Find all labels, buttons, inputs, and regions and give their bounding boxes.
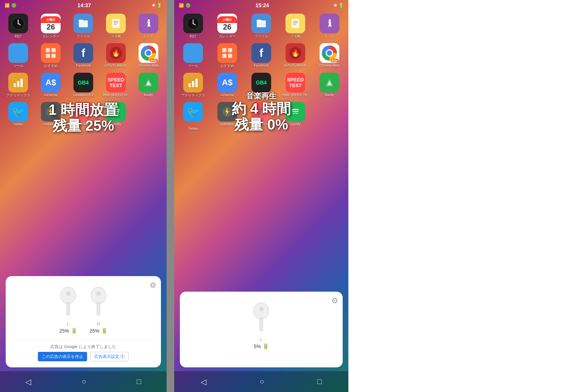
right-status-left: 📶 🟢	[179, 3, 191, 8]
tools-label-right: ツール	[188, 64, 198, 69]
app-antutu[interactable]: 🔥 AnTuTu Bench.	[100, 43, 132, 69]
panel-divider	[167, 0, 174, 392]
app-chrome-beta[interactable]: Beta Chrome Beta	[133, 43, 164, 69]
app-tools-right[interactable]: ツール	[176, 43, 210, 69]
left-card-gear[interactable]: ⚙	[150, 281, 156, 290]
right-status-bar: 📶 🟢 15:24 ✳ 🔋	[174, 0, 348, 11]
back-button-right[interactable]: ◁	[201, 377, 206, 386]
white-space	[348, 0, 568, 392]
ad-stop-button[interactable]: この広告の表示を停止	[38, 352, 87, 361]
svg-rect-39	[257, 20, 261, 22]
svg-text:🔥: 🔥	[112, 49, 120, 57]
clock-label: 時計	[15, 34, 22, 39]
left-airpod-left: L 25% 🔋	[57, 286, 80, 334]
svg-text:🔥: 🔥	[291, 49, 300, 57]
signal-icon: 📶	[5, 3, 10, 8]
left-battery-right: 25% 🔋	[89, 328, 107, 334]
right-single-pct-text: 5%	[254, 344, 261, 349]
left-airpods-container: L 25% 🔋 R 25% 🔋	[12, 282, 155, 337]
app-feedly[interactable]: feedly	[133, 73, 164, 98]
app-files[interactable]: ファイル	[67, 14, 99, 39]
right-time: 15:24	[256, 2, 269, 8]
app-suggest-right[interactable]: おすすめ	[211, 43, 244, 69]
left-battery-left: 25% 🔋	[59, 328, 77, 334]
svg-point-28	[66, 291, 70, 296]
right-battery-card: ⚙ L 5% 🔋	[180, 292, 343, 367]
recent-button-right[interactable]: □	[317, 377, 322, 386]
analytics-label: アナリティクス	[6, 93, 30, 98]
bluetooth-icon-right: ✳	[334, 3, 337, 8]
suggest-label-right: おすすめ	[220, 64, 234, 69]
left-ad-bar: 広告は Google により終了しました この広告の表示を停止 広告表示設定 ①	[12, 340, 155, 361]
hints-label-right: ヒント	[325, 34, 335, 39]
battery-icon-l: 🔋	[71, 328, 77, 334]
ad-settings-button[interactable]: 広告表示設定 ①	[90, 352, 129, 361]
app-clock-right[interactable]: 時計	[176, 14, 210, 39]
app-antutu-right[interactable]: 🔥 AnTuTu Bench.	[279, 43, 312, 69]
adsense-label: AdSense	[44, 93, 58, 97]
app-analytics[interactable]: アナリティクス	[2, 73, 34, 98]
left-airpod-label-r: R	[97, 322, 100, 326]
left-status-right: ✳ 🔋	[152, 3, 162, 8]
rbb-label: RBB SPEED TE.	[103, 93, 129, 97]
svg-point-20	[146, 50, 151, 56]
right-overlay: 音楽再生 約 4 時間 残量 0%	[174, 91, 348, 133]
left-overlay-line2: 残量 25%	[0, 118, 167, 134]
facebook-label-right: Facebook	[254, 64, 269, 67]
files-label: ファイル	[76, 34, 90, 39]
home-button-right[interactable]: ○	[259, 377, 264, 386]
svg-rect-11	[46, 48, 50, 52]
app-suggest[interactable]: おすすめ	[35, 43, 67, 69]
app-grid-row2: ツール おすすめ f Facebook 🔥 AnTuTu Bench.	[0, 42, 167, 70]
right-airpod-label-l: L	[260, 337, 262, 342]
left-status-bar: 📶 🟢 14:37 ✳ 🔋	[0, 0, 167, 11]
app-adsense[interactable]: A$ AdSense	[35, 73, 67, 98]
svg-rect-13	[46, 54, 50, 58]
cal-dow: 火曜日	[41, 16, 61, 23]
svg-rect-29	[67, 302, 70, 315]
svg-rect-22	[17, 81, 19, 87]
right-overlay-line1: 約 4 時間	[174, 101, 348, 117]
hints-label: ヒント	[144, 34, 154, 39]
right-card-gear[interactable]: ⚙	[331, 296, 338, 305]
app-hints[interactable]: ℹ ヒント	[133, 14, 164, 39]
svg-point-4	[18, 23, 19, 24]
app-facebook[interactable]: f Facebook	[67, 43, 99, 69]
svg-point-31	[96, 291, 101, 296]
svg-rect-46	[222, 54, 226, 58]
svg-rect-47	[228, 54, 232, 58]
home-button-left[interactable]: ○	[81, 377, 86, 386]
right-overlay-line2: 残量 0%	[174, 117, 348, 133]
left-time: 14:37	[78, 2, 91, 8]
app-geekbench[interactable]: GB4 Geekbench 4	[67, 73, 99, 98]
app-facebook-right[interactable]: f Facebook	[245, 43, 278, 69]
battery-icon-status-right: 🔋	[339, 3, 344, 8]
recent-button-left[interactable]: □	[137, 377, 141, 386]
app-files-right[interactable]: ファイル	[245, 14, 278, 39]
app-rbb[interactable]: SPEED TEST RBB SPEED TE.	[100, 73, 132, 98]
left-airpod-right: R 25% 🔋	[87, 286, 110, 334]
app-clock[interactable]: 時計	[2, 14, 34, 39]
app-notes[interactable]: メモ帳	[100, 14, 132, 39]
svg-rect-56	[195, 79, 198, 87]
svg-rect-44	[222, 48, 226, 52]
right-battery-single: 5% 🔋	[254, 343, 269, 349]
left-status-left: 📶 🟢	[5, 3, 17, 8]
app-grid-row1: 時計 火曜日 26 カレンダー ファイル メモ帳 ℹ ヒント	[0, 12, 167, 41]
right-phone-panel: 📶 🟢 15:24 ✳ 🔋 時計 火曜日	[174, 0, 348, 392]
left-phone-panel: 📶 🟢 14:37 ✳ 🔋 時計	[0, 0, 167, 392]
spotify-icon-left: 🟢	[11, 3, 17, 8]
svg-rect-12	[51, 48, 56, 52]
app-notes-right[interactable]: メモ帳	[279, 14, 312, 39]
app-hints-right[interactable]: ℹ ヒント	[313, 14, 346, 39]
right-overlay-line0: 音楽再生	[174, 91, 348, 101]
right-app-grid-row1: 時計 火曜日 26 カレンダー ファイル メモ帳 ℹ ヒント	[174, 12, 348, 41]
cal-day-right: 26	[223, 23, 231, 31]
app-calendar-right[interactable]: 火曜日 26 カレンダー	[211, 14, 244, 39]
app-tools[interactable]: ツール	[2, 43, 34, 69]
app-calendar[interactable]: 火曜日 26 カレンダー	[35, 14, 67, 39]
app-chrome-beta-right[interactable]: Beta Chrome Beta	[313, 43, 346, 69]
back-button-left[interactable]: ◁	[25, 377, 31, 386]
antutu-label: AnTuTu Bench.	[104, 64, 128, 67]
left-overlay-line1: 1 時間放置	[0, 102, 167, 118]
